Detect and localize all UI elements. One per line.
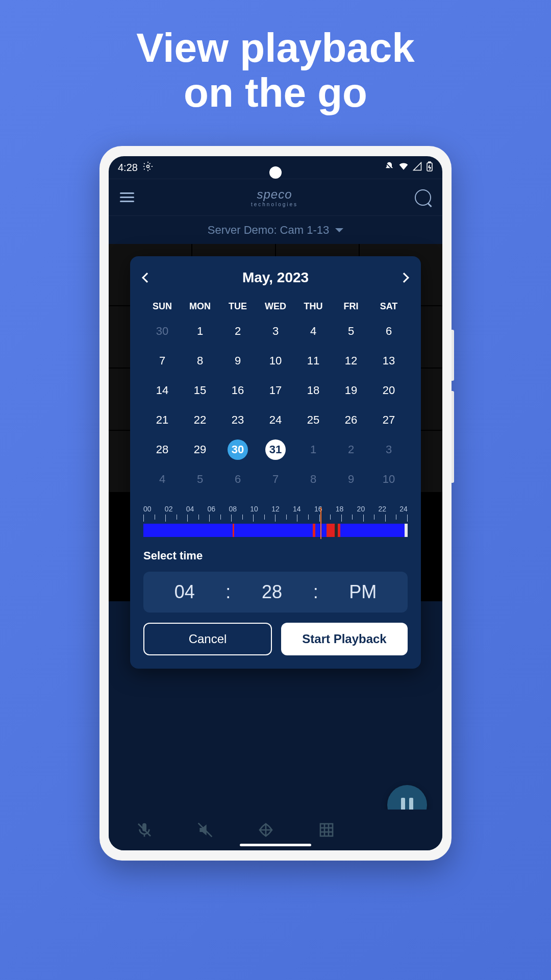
playhead[interactable] [320, 507, 321, 539]
calendar-day[interactable]: 19 [332, 380, 370, 401]
hour-label: 14 [293, 505, 301, 513]
time-minute[interactable]: 28 [262, 581, 282, 603]
calendar-day[interactable]: 2 [332, 439, 370, 460]
select-time-label: Select time [143, 549, 408, 562]
calendar-day[interactable]: 22 [181, 410, 219, 430]
signal-icon [413, 162, 422, 174]
hour-label: 22 [378, 505, 386, 513]
speaker-off-icon[interactable] [197, 822, 213, 838]
calendar-day[interactable]: 29 [181, 439, 219, 460]
calendar-day[interactable]: 20 [370, 380, 408, 401]
weekday-label: WED [257, 301, 294, 312]
calendar-day[interactable]: 30 [228, 439, 248, 460]
timeline-bar[interactable] [143, 524, 408, 537]
hour-label: 02 [165, 505, 173, 513]
time-hour[interactable]: 04 [174, 581, 195, 603]
chevron-down-icon [335, 228, 343, 232]
reel-search-icon[interactable] [415, 189, 431, 206]
timeline-end [405, 524, 408, 537]
calendar-day[interactable]: 2 [219, 321, 257, 341]
calendar-day[interactable]: 5 [332, 321, 370, 341]
calendar-day[interactable]: 1 [181, 321, 219, 341]
calendar-days: 3012345678910111213141516171819202122232… [143, 321, 408, 489]
calendar-day[interactable]: 3 [257, 321, 294, 341]
hour-label: 10 [250, 505, 258, 513]
calendar-day[interactable]: 27 [370, 410, 408, 430]
svg-rect-6 [320, 824, 333, 836]
hero-title: View playback on the go [136, 26, 415, 115]
weekday-label: SUN [143, 301, 181, 312]
calendar-day[interactable]: 7 [143, 351, 181, 371]
calendar-day[interactable]: 9 [332, 469, 370, 489]
time-picker[interactable]: 04 : 28 : PM [143, 572, 408, 612]
calendar-day[interactable]: 10 [257, 351, 294, 371]
calendar-day[interactable]: 18 [294, 380, 332, 401]
svg-rect-3 [429, 162, 431, 163]
calendar-day[interactable]: 1 [294, 439, 332, 460]
front-camera-dot [269, 166, 282, 179]
calendar-day[interactable]: 3 [370, 439, 408, 460]
calendar-day[interactable]: 5 [181, 469, 219, 489]
calendar-day[interactable]: 25 [294, 410, 332, 430]
next-month-button[interactable] [399, 273, 409, 283]
hour-label: 06 [208, 505, 216, 513]
calendar-day[interactable]: 6 [370, 321, 408, 341]
timeline-ruler [143, 514, 408, 522]
svg-point-0 [146, 165, 149, 167]
timeline[interactable]: 00020406081012141618202224 [143, 505, 408, 537]
weekday-row: SUNMONTUEWEDTHUFRISAT [143, 301, 408, 312]
calendar-day[interactable]: 9 [219, 351, 257, 371]
hour-label: 24 [399, 505, 408, 513]
calendar-day[interactable]: 11 [294, 351, 332, 371]
start-playback-button[interactable]: Start Playback [281, 623, 408, 655]
weekday-label: SAT [370, 301, 408, 312]
grid-icon[interactable] [318, 822, 335, 838]
calendar-day[interactable]: 26 [332, 410, 370, 430]
menu-icon[interactable] [120, 192, 134, 202]
calendar-day[interactable]: 13 [370, 351, 408, 371]
calendar-day[interactable]: 24 [257, 410, 294, 430]
camera-selector[interactable]: Server Demo: Cam 1-13 [109, 215, 442, 244]
hour-label: 20 [357, 505, 365, 513]
calendar-day[interactable]: 30 [143, 321, 181, 341]
home-indicator [240, 844, 311, 846]
weekday-label: FRI [332, 301, 370, 312]
wifi-icon [398, 161, 409, 174]
calendar-day[interactable]: 16 [219, 380, 257, 401]
mute-bell-icon [384, 161, 394, 174]
weekday-label: TUE [219, 301, 257, 312]
mic-off-icon[interactable] [136, 822, 153, 838]
calendar-day[interactable]: 8 [181, 351, 219, 371]
status-time: 4:28 [118, 162, 138, 174]
expand-icon[interactable] [258, 822, 274, 838]
hour-label: 00 [143, 505, 152, 513]
calendar-day[interactable]: 4 [294, 321, 332, 341]
hero-line1: View playback [136, 26, 415, 70]
calendar-day[interactable]: 10 [370, 469, 408, 489]
calendar-day[interactable]: 4 [143, 469, 181, 489]
calendar-day[interactable]: 15 [181, 380, 219, 401]
calendar-day[interactable]: 12 [332, 351, 370, 371]
camera-selector-label: Server Demo: Cam 1-13 [208, 224, 329, 237]
calendar-day[interactable]: 17 [257, 380, 294, 401]
calendar-day[interactable]: 31 [265, 439, 286, 460]
calendar-day[interactable]: 21 [143, 410, 181, 430]
hour-label: 08 [229, 505, 237, 513]
hour-label: 12 [271, 505, 280, 513]
weekday-label: MON [181, 301, 219, 312]
gear-icon [143, 161, 153, 174]
calendar-day[interactable]: 14 [143, 380, 181, 401]
timeline-hours: 00020406081012141618202224 [143, 505, 408, 513]
phone-frame: 4:28 speco technologies Server Demo: Cam… [99, 146, 452, 861]
calendar-day[interactable]: 28 [143, 439, 181, 460]
calendar-day[interactable]: 23 [219, 410, 257, 430]
app-header: speco technologies [109, 179, 442, 215]
calendar-day[interactable]: 6 [219, 469, 257, 489]
prev-month-button[interactable] [142, 273, 152, 283]
weekday-label: THU [294, 301, 332, 312]
battery-icon [426, 161, 433, 174]
time-ampm[interactable]: PM [349, 581, 377, 603]
cancel-button[interactable]: Cancel [143, 623, 272, 655]
calendar-day[interactable]: 7 [257, 469, 294, 489]
calendar-day[interactable]: 8 [294, 469, 332, 489]
